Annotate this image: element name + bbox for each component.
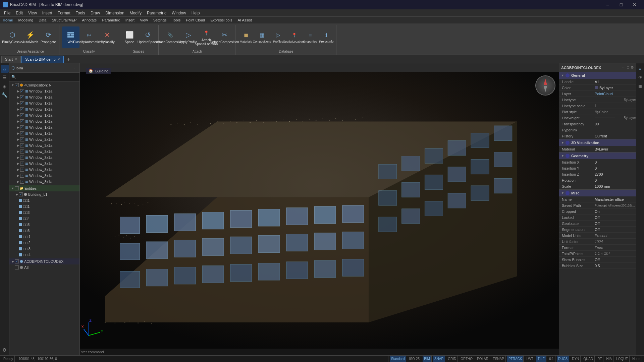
tree-window-3x7[interactable]: ▶ ▦ Window_3x1a... [9, 179, 79, 185]
geometry-section-header[interactable]: ▼ Geometry [559, 153, 636, 159]
propagate-button[interactable]: ⟳ Propagate [40, 26, 57, 48]
tree-checkbox[interactable] [15, 186, 19, 190]
project-info-button[interactable]: ℹ ProjectInfo [319, 27, 334, 47]
tree-entity-9[interactable]: □ □□l3 [9, 246, 79, 252]
compositions-button[interactable]: ▦ Compositions [254, 27, 270, 47]
menu-format[interactable]: Format [55, 10, 73, 16]
settings-sidebar-icon[interactable]: ⚙ [1, 346, 9, 354]
tab-data[interactable]: Data [36, 17, 49, 23]
building-nav[interactable]: 🏠 Building [86, 68, 111, 74]
view-right-icon[interactable]: 👁 [636, 73, 644, 81]
tree-checkbox[interactable] [20, 131, 24, 135]
tree-entity-6[interactable]: □ □□6 [9, 228, 79, 234]
tree-window-3x5[interactable]: ▶ ▦ Window_3x1a... [9, 167, 79, 173]
status-ortho[interactable]: ORTHO [459, 356, 474, 362]
menu-draw[interactable]: Draw [88, 10, 103, 16]
tree-checkbox[interactable] [20, 149, 24, 154]
tree-window-6[interactable]: ▶ ▦ Window_1x1a... [9, 118, 79, 124]
tab-modeling[interactable]: Modeling [16, 17, 36, 23]
tree-window-4[interactable]: ▶ ▦ Window_1x1a... [9, 106, 79, 112]
search-input[interactable] [17, 75, 77, 79]
menu-parametric[interactable]: Parametric [144, 10, 169, 16]
tree-checkbox[interactable] [20, 113, 24, 117]
layers-sidebar-icon[interactable]: ☰ [1, 73, 9, 81]
tree-checkbox[interactable] [20, 107, 24, 111]
status-61[interactable]: 6:1 [548, 356, 555, 362]
status-hia[interactable]: HIA [605, 356, 613, 362]
menu-help[interactable]: Help [189, 10, 203, 16]
tab-point-cloud[interactable]: Point Cloud [183, 17, 208, 23]
tab-structural[interactable]: Structural/MEP [49, 17, 79, 23]
tab-settings[interactable]: Settings [151, 17, 169, 23]
tab-annotate[interactable]: Annotate [79, 17, 99, 23]
bimify-classic-button[interactable]: ⬡ BimifyClassic [3, 26, 21, 48]
tab-add-button[interactable]: + [64, 56, 73, 62]
status-grid[interactable]: GRID [446, 356, 458, 362]
tree-entities[interactable]: ▼ 📁 Entities [9, 185, 79, 191]
tree-window-3x2[interactable]: ▶ ▦ Window_3x1a... [9, 148, 79, 155]
tree-window-3x4[interactable]: ▶ ▦ Window_3x1a... [9, 161, 79, 167]
objects-sidebar-icon[interactable]: ◈ [1, 82, 9, 90]
maximize-button[interactable]: □ [614, 0, 628, 9]
tree-window-1[interactable]: ▶ ▦ Window_1x1a... [9, 88, 79, 94]
misc-section-header[interactable]: ▼ Misc [559, 190, 636, 196]
classify-auto-button[interactable]: 🏷 ClassifyAutomatically [80, 26, 98, 48]
menu-insert[interactable]: Insert [40, 10, 55, 16]
menu-view[interactable]: View [25, 10, 40, 16]
tree-checkbox[interactable] [20, 137, 24, 141]
close-button[interactable]: ✕ [628, 0, 641, 9]
status-lwt[interactable]: LWT [525, 356, 535, 362]
panel-options[interactable]: ··· [74, 66, 77, 70]
tree-checkbox[interactable] [20, 162, 24, 166]
status-dyn[interactable]: DYN [571, 356, 581, 362]
menu-modify[interactable]: Modify [127, 10, 144, 16]
tree-entity-7[interactable]: □ □□l1 [9, 234, 79, 240]
tree-entity-5[interactable]: □ □□5 [9, 222, 79, 228]
tree-checkbox[interactable] [20, 174, 24, 178]
tab-ai-assist[interactable]: AI Assist [235, 17, 255, 23]
tree-checkbox[interactable] [20, 95, 24, 99]
tab-home[interactable]: Home [0, 17, 16, 23]
tab-express-tools[interactable]: ExpressTools [208, 17, 235, 23]
tab-start[interactable]: Start × [1, 56, 21, 63]
tree-window-2[interactable]: ▶ ▦ Window_1x1a... [9, 94, 79, 100]
tree-checkbox[interactable] [20, 168, 24, 172]
automatch-button[interactable]: ⚡ AutoMatch [21, 26, 39, 48]
spatial-locations-button[interactable]: 📍 SpatialLocations [286, 27, 302, 47]
tree-entity-1[interactable]: □ □□1 [9, 197, 79, 203]
status-iso25[interactable]: ISO-25 [408, 356, 421, 362]
status-loque[interactable]: LOQUE [615, 356, 630, 362]
tree-point-cloud[interactable]: ▶ ACDBPOINTCLOUDEX [9, 258, 79, 264]
status-ducs[interactable]: DUCS [557, 356, 569, 362]
minimize-button[interactable]: – [601, 0, 614, 9]
attach-spatial-location-button[interactable]: 📍 Attach SpatialLocation [198, 26, 215, 48]
tree-entity-8[interactable]: □ □□l2 [9, 240, 79, 246]
space-button[interactable]: ⬜ Space [121, 26, 138, 48]
right-panel-settings[interactable]: ⚙ [631, 65, 634, 70]
tree-checkbox[interactable] [20, 125, 24, 129]
unclassify-button[interactable]: ✕ Unclassify [98, 26, 116, 48]
tree-checkbox[interactable] [20, 156, 24, 160]
tree-window-3[interactable]: ▶ ▦ Window_1x1a... [9, 100, 79, 106]
right-panel-expand[interactable]: □ [627, 65, 629, 70]
general-section-header[interactable]: ▼ General [559, 72, 636, 79]
menu-edit[interactable]: Edit [13, 10, 25, 16]
tree-point-cloud-child[interactable]: A8 [9, 264, 79, 270]
status-none[interactable]: None [631, 356, 642, 362]
profiles-button[interactable]: ▷ Profiles [270, 27, 286, 47]
tools-sidebar-icon[interactable]: 🔧 [1, 91, 9, 99]
tab-insert[interactable]: Insert [123, 17, 138, 23]
tab-view[interactable]: View [137, 17, 151, 23]
tab-tools[interactable]: Tools [169, 17, 183, 23]
tree-window-5[interactable]: ▶ ▦ Window_1x1a... [9, 112, 79, 118]
3dviz-section-header[interactable]: ▼ 3D Visualization [559, 139, 636, 146]
tree-entity-4[interactable]: □ □□4 [9, 216, 79, 222]
attach-composition-button[interactable]: 📎 AttachComposition [161, 26, 179, 48]
status-rt[interactable]: RT [596, 356, 603, 362]
status-tile[interactable]: TILE [536, 356, 546, 362]
tree-checkbox[interactable] [15, 265, 19, 269]
status-polar[interactable]: POLAR [476, 356, 490, 362]
status-esnap[interactable]: ESNAP [491, 356, 506, 362]
tree-building[interactable]: ▶ Building_L1 [9, 191, 79, 197]
tree-window-3x3[interactable]: ▶ ▦ Window_3x1a... [9, 155, 79, 161]
